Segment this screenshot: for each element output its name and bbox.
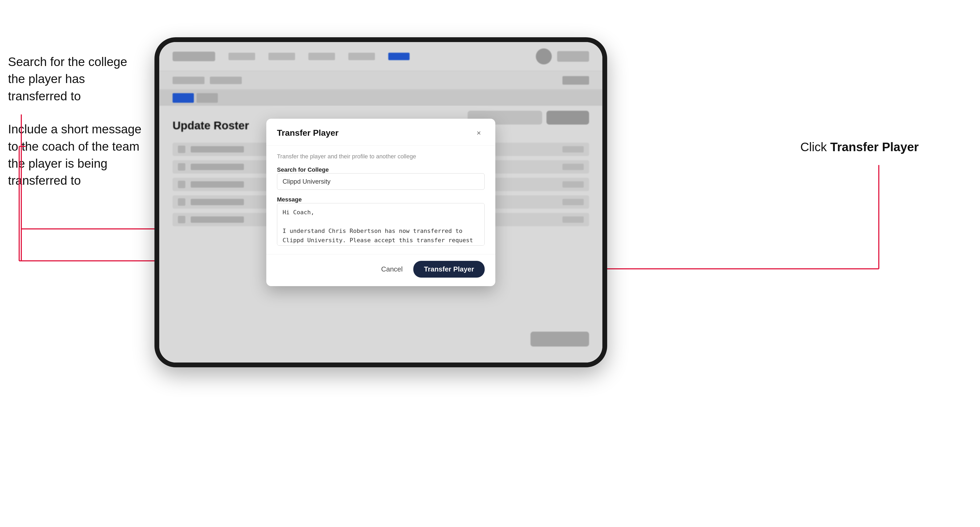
annotation-right: Click Transfer Player xyxy=(800,138,919,156)
message-label: Message xyxy=(277,196,302,203)
close-icon: × xyxy=(477,129,481,137)
transfer-player-button[interactable]: Transfer Player xyxy=(413,261,485,278)
transfer-player-modal: Transfer Player × Transfer the player an… xyxy=(266,119,495,286)
modal-description: Transfer the player and their profile to… xyxy=(277,153,485,160)
annotation-transfer-bold: Transfer Player xyxy=(830,140,919,154)
search-college-label: Search for College xyxy=(277,167,329,173)
tablet-frame: Update Roster xyxy=(154,37,607,367)
annotation-message-text: Include a short message to the coach of … xyxy=(8,121,146,189)
modal-close-button[interactable]: × xyxy=(473,127,485,139)
tablet-screen: Update Roster xyxy=(159,42,602,362)
cancel-button[interactable]: Cancel xyxy=(376,262,408,276)
annotation-left: Search for the college the player has tr… xyxy=(8,53,146,205)
annotation-transfer-text: Click Transfer Player xyxy=(800,138,919,156)
modal-body: Transfer the player and their profile to… xyxy=(266,146,495,254)
modal-header: Transfer Player × xyxy=(266,119,495,146)
modal-overlay: Transfer Player × Transfer the player an… xyxy=(159,42,602,362)
message-textarea[interactable] xyxy=(277,203,485,246)
search-college-input[interactable] xyxy=(277,173,485,190)
modal-title: Transfer Player xyxy=(277,128,339,138)
modal-footer: Cancel Transfer Player xyxy=(266,254,495,286)
annotation-search-text: Search for the college the player has tr… xyxy=(8,53,146,105)
